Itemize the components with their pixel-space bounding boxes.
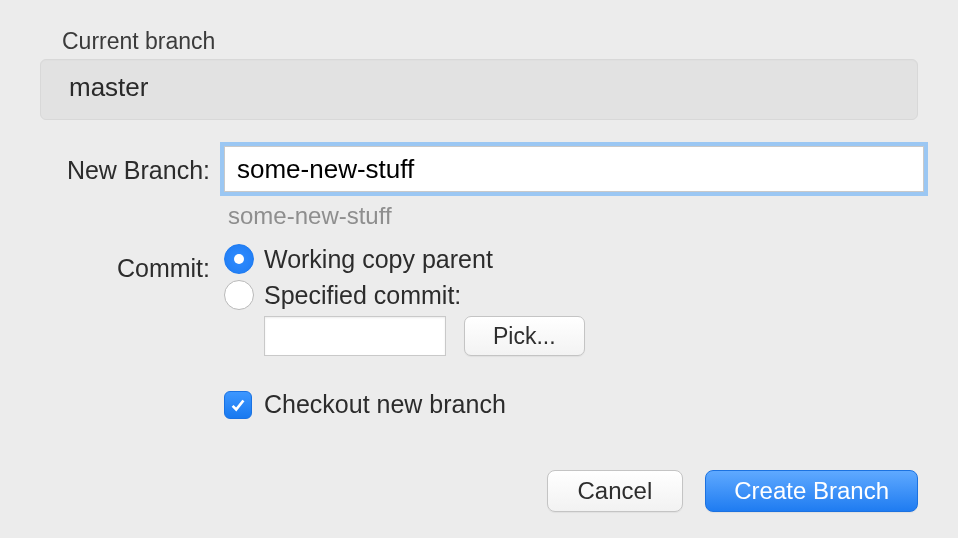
current-branch-value: master bbox=[40, 59, 918, 120]
cancel-button[interactable]: Cancel bbox=[547, 470, 684, 512]
radio-specified-commit-label: Specified commit: bbox=[264, 281, 461, 310]
new-branch-slug-hint: some-new-stuff bbox=[228, 202, 924, 230]
checkout-new-branch-label: Checkout new branch bbox=[264, 390, 506, 419]
new-branch-input[interactable] bbox=[224, 146, 924, 192]
commit-label: Commit: bbox=[40, 244, 224, 283]
pick-button[interactable]: Pick... bbox=[464, 316, 585, 356]
new-branch-label: New Branch: bbox=[40, 146, 224, 185]
create-branch-dialog: Current branch master New Branch: some-n… bbox=[0, 0, 958, 538]
checkout-new-branch-checkbox[interactable] bbox=[224, 391, 252, 419]
radio-working-copy-parent-label: Working copy parent bbox=[264, 245, 493, 274]
checkmark-icon bbox=[229, 396, 247, 414]
radio-working-copy-parent[interactable] bbox=[224, 244, 254, 274]
create-branch-button[interactable]: Create Branch bbox=[705, 470, 918, 512]
current-branch-label: Current branch bbox=[62, 28, 918, 55]
dialog-footer: Cancel Create Branch bbox=[547, 470, 918, 512]
radio-specified-commit[interactable] bbox=[224, 280, 254, 310]
specified-commit-input[interactable] bbox=[264, 316, 446, 356]
